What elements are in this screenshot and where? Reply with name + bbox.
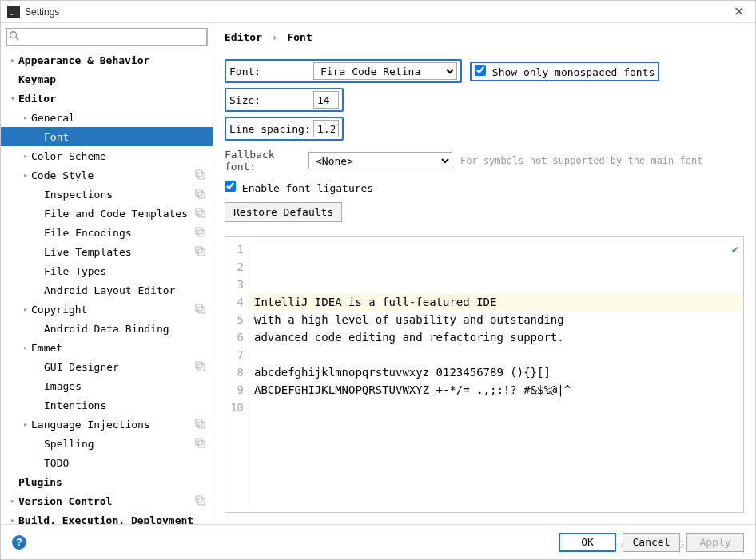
svg-rect-15	[196, 362, 202, 368]
svg-rect-19	[196, 439, 202, 445]
preview-line	[254, 346, 738, 363]
project-scope-icon	[195, 495, 206, 506]
project-scope-icon	[195, 169, 206, 181]
search-box	[1, 23, 213, 50]
line-number: 3	[225, 276, 244, 293]
chevron-right-icon: ▸	[20, 113, 31, 121]
project-scope-icon	[195, 246, 206, 257]
tree-item[interactable]: ▸Language Injections	[1, 415, 213, 434]
preview-line	[254, 434, 738, 451]
tree-item[interactable]: ▾Editor	[1, 89, 213, 108]
tree-item[interactable]: Plugins	[1, 472, 213, 491]
fallback-select[interactable]: <None>	[308, 152, 452, 169]
tree-item[interactable]: File Encodings	[1, 223, 213, 242]
tree-item-label: File and Code Templates	[44, 208, 192, 220]
chevron-right-icon: ▸	[20, 344, 31, 351]
chevron-right-icon: ▸	[7, 56, 18, 64]
fallback-label: Fallback font:	[225, 149, 308, 173]
chevron-right-icon: ▸	[20, 305, 31, 313]
tree-item[interactable]: Keymap	[1, 70, 213, 89]
tree-item-label: File Encodings	[44, 227, 192, 239]
window-title: Settings	[25, 6, 59, 18]
ok-button[interactable]: OK	[559, 533, 616, 552]
preview-line: with a high level of usability and outst…	[254, 311, 738, 328]
tree-item[interactable]: Inspections	[1, 185, 213, 204]
line-number: 10	[225, 399, 244, 416]
svg-rect-14	[198, 307, 205, 313]
breadcrumb-part: Font	[287, 31, 312, 43]
tree-item-label: Language Injections	[31, 419, 192, 431]
help-icon[interactable]: ?	[12, 535, 26, 550]
ligatures-checkbox[interactable]: Enable font ligatures	[225, 181, 373, 194]
line-spacing-input[interactable]	[313, 120, 339, 137]
tree-item[interactable]: ▸Color Scheme	[1, 146, 213, 165]
tree-item-label: Font	[44, 131, 206, 143]
show-monospaced-checkbox[interactable]: Show only monospaced fonts	[475, 65, 655, 78]
tree-item-label: Plugins	[18, 476, 206, 488]
project-scope-icon	[195, 208, 206, 219]
tree-item[interactable]: ▸Code Style	[1, 165, 213, 185]
line-number: 9	[225, 381, 244, 399]
svg-rect-12	[198, 249, 205, 256]
search-input[interactable]	[6, 28, 207, 46]
svg-rect-6	[198, 192, 205, 198]
tree-item[interactable]: File Types	[1, 261, 213, 280]
font-select[interactable]: Fira Code Retina	[313, 62, 457, 80]
tree-item[interactable]: Images	[1, 376, 213, 395]
restore-defaults-button[interactable]: Restore Defaults	[225, 202, 342, 222]
font-preview: 12345678910 ✔ IntelliJ IDEA is a full-fe…	[225, 236, 744, 513]
sidebar: ▸Appearance & BehaviorKeymap▾Editor▸Gene…	[1, 23, 213, 524]
close-icon[interactable]: ✕	[729, 2, 749, 21]
tree-item[interactable]: File and Code Templates	[1, 204, 213, 223]
svg-rect-5	[196, 189, 202, 196]
svg-rect-16	[198, 364, 205, 371]
font-label: Font:	[229, 66, 313, 77]
tree-item[interactable]: Font	[1, 127, 213, 146]
tree-item[interactable]: Spelling	[1, 434, 213, 453]
tree-item-label: Appearance & Behavior	[18, 54, 206, 66]
tree-item[interactable]: ▸Emmet	[1, 338, 213, 357]
check-icon: ✔	[732, 240, 738, 258]
svg-rect-17	[196, 419, 202, 426]
tree-item-label: Spelling	[44, 438, 192, 450]
size-label: Size:	[229, 94, 313, 106]
line-number: 8	[225, 363, 244, 381]
tree-item-label: General	[31, 112, 206, 124]
tree-item[interactable]: Android Layout Editor	[1, 280, 213, 300]
svg-rect-3	[196, 170, 202, 177]
chevron-right-icon: ▸	[20, 171, 31, 179]
tree-item[interactable]: ▸Copyright	[1, 300, 213, 319]
tree-item[interactable]: ▸Version Control	[1, 491, 213, 510]
tree-item[interactable]: Live Templates	[1, 242, 213, 261]
dialog-footer: ? OK Cancel Apply	[1, 524, 755, 559]
tree-item[interactable]: Android Data Binding	[1, 319, 213, 338]
chevron-right-icon: ▸	[20, 420, 31, 428]
svg-rect-11	[196, 247, 202, 253]
size-input[interactable]	[313, 91, 339, 109]
tree-item[interactable]: Intentions	[1, 395, 213, 415]
fallback-hint: For symbols not supported by the main fo…	[460, 155, 702, 166]
svg-rect-21	[196, 496, 202, 502]
chevron-right-icon: ▸	[7, 497, 18, 505]
tree-item[interactable]: ▸Build, Execution, Deployment	[1, 510, 213, 524]
project-scope-icon	[195, 419, 206, 430]
cancel-button[interactable]: Cancel	[623, 533, 680, 552]
tree-item-label: TODO	[44, 457, 206, 469]
project-scope-icon	[195, 438, 206, 449]
tree-item-label: Images	[44, 380, 206, 392]
line-number: 5	[225, 311, 244, 328]
project-scope-icon	[195, 304, 206, 315]
svg-rect-8	[198, 211, 205, 217]
svg-rect-0	[10, 14, 14, 15]
tree-item[interactable]: ▸General	[1, 108, 213, 127]
line-number: 7	[225, 346, 244, 363]
tree-item[interactable]: TODO	[1, 453, 213, 472]
tree-item-label: Build, Execution, Deployment	[18, 514, 206, 525]
tree-item[interactable]: ▸Appearance & Behavior	[1, 50, 213, 70]
breadcrumb-part: Editor	[225, 31, 262, 43]
tree-item[interactable]: GUI Designer	[1, 357, 213, 376]
line-number: 4	[225, 293, 244, 311]
apply-button[interactable]: Apply	[686, 533, 744, 552]
svg-rect-4	[198, 173, 205, 179]
preview-line	[254, 399, 738, 416]
